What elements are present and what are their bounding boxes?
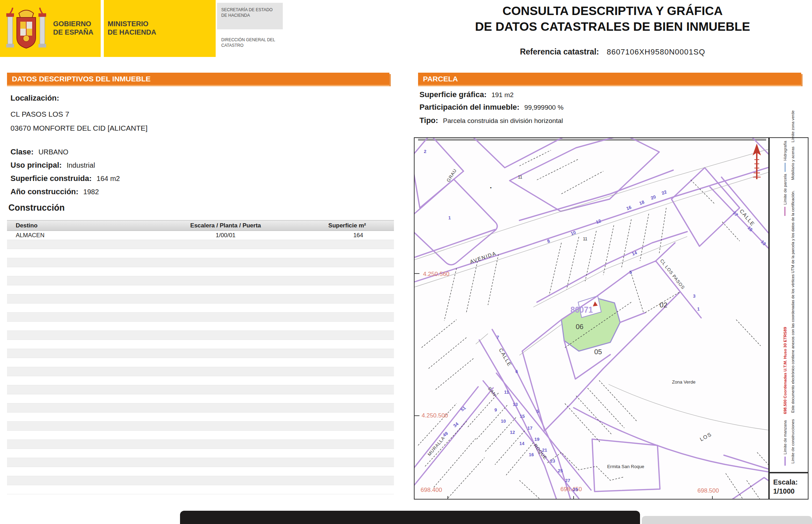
address-line1: CL PASOS LOS 7 xyxy=(10,110,69,118)
map-label: 4.250.500 xyxy=(422,412,448,419)
section-bar-datos-descriptivos: DATOS DESCRIPTIVOS DEL INMUEBLE xyxy=(7,73,389,85)
referencia-catastral-value: 8607106XH9580N0001SQ xyxy=(607,48,705,56)
legend-limite-parcela: Límite de parcela xyxy=(783,174,787,205)
localizacion-label: Localización: xyxy=(10,94,59,103)
map-label: 11 xyxy=(518,175,522,180)
table-row xyxy=(7,403,394,413)
table-row xyxy=(7,440,394,449)
map-scale-box: Escala: 1/1000 xyxy=(769,473,809,500)
map-label: 698.450 xyxy=(560,486,582,493)
table-row xyxy=(7,358,394,367)
table-row xyxy=(7,240,394,249)
legend-limite-manzana: Límite de manzana xyxy=(783,420,787,454)
map-label: 05 xyxy=(594,348,602,356)
map-label: 5 xyxy=(629,270,632,275)
map-label: 13 xyxy=(513,402,518,407)
bottom-scrollbar[interactable] xyxy=(642,516,812,524)
escala-value: 1/1000 xyxy=(773,487,808,496)
referencia-catastral-label: Referencia catastral: xyxy=(520,47,599,56)
address-line2: 03670 MONFORTE DEL CID [ALICANTE] xyxy=(10,124,148,132)
legend-limite-construcciones: Límite de construcciones xyxy=(791,419,795,464)
legend-mobiliario-aceras: Mobiliario y aceras xyxy=(791,146,795,180)
table-row xyxy=(7,458,394,467)
clase-field: Clase:URBANO xyxy=(10,147,69,157)
table-row xyxy=(7,376,394,385)
highlighted-parcel xyxy=(561,296,620,351)
map-label: 16 xyxy=(529,452,534,457)
table-row xyxy=(7,267,394,276)
table-row xyxy=(7,276,394,285)
table-row xyxy=(7,467,394,476)
table-row xyxy=(7,258,394,267)
table-row xyxy=(7,485,394,494)
map-label: 11 xyxy=(583,236,587,241)
map-label: 2 xyxy=(424,149,426,154)
map-label: 02 xyxy=(660,301,667,309)
table-row xyxy=(7,340,394,349)
map-label: 27 xyxy=(565,478,570,483)
table-row xyxy=(7,322,394,331)
cadastral-map-drawing xyxy=(415,138,769,500)
map-label: 698.500 xyxy=(697,487,719,494)
map-label: 23 xyxy=(550,458,555,464)
uso-principal-field: Uso principal:Industrial xyxy=(10,161,95,170)
map-label: 7 xyxy=(496,335,499,340)
gov-logo-band: GOBIERNO DE ESPAÑA MINISTERIO DE HACIEND… xyxy=(0,0,216,57)
legend-limite-zona-verde: Límite zona verde xyxy=(791,110,795,142)
ministerio-hacienda-label: MINISTERIO DE HACIENDA xyxy=(108,20,156,36)
map-label: ▪ xyxy=(490,185,491,190)
gobierno-espana-label: GOBIERNO DE ESPAÑA xyxy=(53,20,93,36)
parcela-line-swatch xyxy=(784,207,785,216)
col-header-destino: Destino xyxy=(7,220,162,231)
anio-construccion-field: Año construcción:1982 xyxy=(10,187,99,196)
map-label: 86071 xyxy=(570,305,593,315)
map-label: 21 xyxy=(542,447,547,453)
map-label: Ermita San Roque xyxy=(607,464,644,469)
table-row: ALMACEN1/00/01164 xyxy=(7,231,394,240)
bottom-toolbar[interactable] xyxy=(180,511,640,524)
map-label: 11 xyxy=(504,390,509,395)
legend-row-2: Límite de construcciones Este documento … xyxy=(791,141,795,468)
map-label: 06 xyxy=(576,323,583,331)
utm-coordinates-note: 698.500 Coordenadas U.T.M. Huso 30 ETRS8… xyxy=(783,327,787,414)
tipo-parcela-field: Tipo:Parcela construida sin división hor… xyxy=(419,116,563,125)
superficie-grafica-field: Superficie gráfica:191 m2 xyxy=(419,90,513,99)
table-row xyxy=(7,249,394,258)
table-row xyxy=(7,367,394,376)
map-label: 17 xyxy=(527,425,532,431)
map-label: 4.250.560 xyxy=(423,271,450,278)
escala-label: Escala: xyxy=(773,478,808,487)
direccion-general-catastro-label: DIRECCIÓN GENERAL DEL CATASTRO xyxy=(221,37,287,48)
map-legend-content: Límite de manzana 698.500 Coordenadas U.… xyxy=(770,137,808,471)
table-row xyxy=(7,313,394,322)
col-header-superficie: Superficie m² xyxy=(289,220,394,231)
north-arrow-icon xyxy=(753,144,761,179)
logo-divider xyxy=(101,0,104,57)
superficie-construida-field: Superficie construida:164 m2 xyxy=(10,174,120,183)
table-row xyxy=(7,331,394,340)
hidrografia-line-swatch xyxy=(785,163,785,172)
table-row xyxy=(7,422,394,431)
map-label: 6 xyxy=(515,369,518,374)
map-label: 3 xyxy=(693,293,695,299)
table-row xyxy=(7,385,394,394)
secretaria-estado-label: SECRETARÍA DE ESTADO DE HACIENDA xyxy=(217,3,283,29)
map-label: 5 xyxy=(536,409,539,414)
map-label: 29 xyxy=(573,487,578,492)
cadastral-map: GRAUAVENIDACALLECALLECL LOS PASOSMURALLA… xyxy=(414,137,769,500)
table-row xyxy=(7,294,394,304)
spain-coat-of-arms-icon xyxy=(5,3,48,54)
construccion-table-header: Destino Escalera / Planta / Puerta Super… xyxy=(7,220,394,231)
map-label: 15 xyxy=(520,414,525,419)
manzana-line-swatch xyxy=(784,457,786,466)
table-row xyxy=(7,431,394,440)
map-label: 25 xyxy=(558,468,563,473)
table-row xyxy=(7,476,394,485)
document-title: CONSULTA DESCRIPTIVA Y GRÁFICA DE DATOS … xyxy=(416,3,809,34)
map-label: 1 xyxy=(448,215,451,220)
map-label: 19 xyxy=(534,437,539,442)
map-label: 10 xyxy=(501,419,506,424)
table-row xyxy=(7,349,394,358)
legend-row-1: Límite de manzana 698.500 Coordenadas U.… xyxy=(783,141,787,468)
construccion-table: Destino Escalera / Planta / Puerta Super… xyxy=(7,220,394,494)
